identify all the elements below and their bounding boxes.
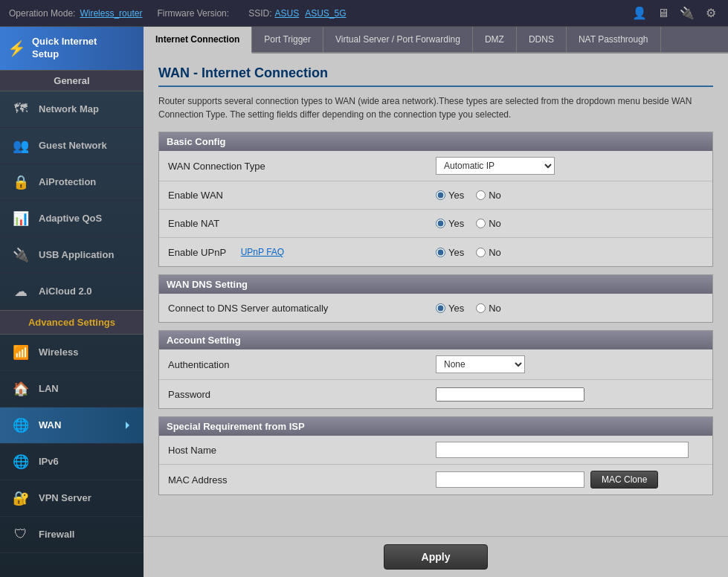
sidebar-item-adaptive-qos[interactable]: 📊 Adaptive QoS [0,201,144,237]
tab-internet-connection[interactable]: Internet Connection [144,27,252,54]
basic-config-body: WAN Connection Type Automatic IP PPPoE P… [159,151,712,266]
tab-nat-passthrough[interactable]: NAT Passthrough [567,27,661,52]
wan-dns-body: Connect to DNS Server automatically Yes … [159,294,712,322]
quick-setup-label: Quick InternetSetup [32,36,97,61]
enable-wan-yes[interactable]: Yes [436,190,464,201]
connect-dns-no-radio[interactable] [476,303,486,313]
enable-nat-yes[interactable]: Yes [436,218,464,229]
enable-nat-row: Enable NAT Yes No [159,210,712,238]
enable-nat-radio-group: Yes No [436,218,703,229]
ssid-label: SSID: [248,8,271,19]
upnp-faq-link[interactable]: UPnP FAQ [241,247,284,257]
authentication-select[interactable]: None PAP CHAP MS-CHAP MS-CHAPv2 [436,355,525,373]
account-setting-header: Account Setting [159,331,712,349]
sidebar-item-label: Guest Network [39,140,107,151]
enable-nat-label: Enable NAT [168,218,436,229]
host-name-control [436,442,703,458]
sidebar-item-network-map[interactable]: 🗺 Network Map [0,91,144,128]
enable-wan-no-radio[interactable] [476,190,486,200]
sidebar-item-ipv6[interactable]: 🌐 IPv6 [0,444,144,480]
authentication-control: None PAP CHAP MS-CHAP MS-CHAPv2 [436,355,703,373]
quick-setup-button[interactable]: ⚡ Quick InternetSetup [0,27,144,70]
settings-icon[interactable]: ⚙ [703,5,719,22]
connect-dns-no[interactable]: No [476,303,501,314]
tab-port-trigger[interactable]: Port Trigger [252,27,323,52]
sidebar: ⚡ Quick InternetSetup General 🗺 Network … [0,27,144,577]
connect-dns-yes[interactable]: Yes [436,303,464,314]
tab-bar: Internet Connection Port Trigger Virtual… [144,27,728,54]
connect-dns-radio-group: Yes No [436,303,703,314]
account-setting-section: Account Setting Authentication None PAP … [158,330,713,409]
aiprotection-icon: 🔒 [10,172,31,193]
content-area: Internet Connection Port Trigger Virtual… [144,27,728,577]
mode-label: Operation Mode: [9,8,75,19]
monitor-icon[interactable]: 🖥 [655,5,671,22]
lan-icon: 🏠 [10,378,31,399]
apply-bar: Apply [144,536,728,577]
password-row: Password [159,380,712,408]
enable-nat-no[interactable]: No [476,218,501,229]
sidebar-item-wireless[interactable]: 📶 Wireless [0,335,144,371]
tab-ddns[interactable]: DDNS [517,27,567,52]
special-requirement-section: Special Requirement from ISP Host Name M… [158,416,713,495]
enable-upnp-control: Yes No [436,247,703,258]
host-name-input[interactable] [436,442,689,458]
sidebar-item-guest-network[interactable]: 👥 Guest Network [0,128,144,164]
sidebar-item-label: AiCloud 2.0 [39,286,92,297]
enable-nat-no-radio[interactable] [476,219,486,228]
main-layout: ⚡ Quick InternetSetup General 🗺 Network … [0,27,728,577]
sidebar-item-wan[interactable]: 🌐 WAN [0,407,144,444]
mac-address-label: MAC Address [168,474,436,486]
page-title: WAN - Internet Connection [158,65,713,87]
password-label: Password [168,389,436,400]
enable-upnp-yes[interactable]: Yes [436,247,464,258]
ssid-2g-link[interactable]: ASUS [274,8,299,19]
mac-address-input[interactable] [436,471,584,488]
wan-icon: 🌐 [10,415,31,436]
sidebar-item-aicloud[interactable]: ☁ AiCloud 2.0 [0,274,144,310]
host-name-row: Host Name [159,436,712,465]
enable-wan-no[interactable]: No [476,190,501,201]
tab-virtual-server[interactable]: Virtual Server / Port Forwarding [323,27,473,52]
enable-wan-label: Enable WAN [168,190,436,201]
user-icon[interactable]: 👤 [631,5,648,22]
apply-button[interactable]: Apply [384,544,489,570]
basic-config-header: Basic Config [159,132,712,151]
connect-dns-yes-radio[interactable] [436,303,445,313]
enable-wan-row: Enable WAN Yes No [159,181,712,210]
sidebar-item-lan[interactable]: 🏠 LAN [0,371,144,407]
firewall-icon: 🛡 [10,524,31,545]
wan-connection-type-label: WAN Connection Type [168,161,436,172]
mode-link[interactable]: Wireless_router [80,8,142,19]
password-input[interactable] [436,387,584,402]
sidebar-item-vpn-server[interactable]: 🔐 VPN Server [0,480,144,517]
page-content: WAN - Internet Connection Router support… [144,54,728,536]
sidebar-item-label: Wireless [39,346,78,358]
wireless-icon: 📶 [10,342,31,363]
sidebar-item-label: VPN Server [39,492,91,503]
vpn-icon: 🔐 [10,488,31,509]
wan-connection-type-select[interactable]: Automatic IP PPPoE PPTP L2TP Static IP [436,157,555,175]
enable-wan-radio-group: Yes No [436,190,703,201]
page-description: Router supports several connection types… [158,94,713,121]
tab-dmz[interactable]: DMZ [473,27,517,52]
enable-wan-yes-radio[interactable] [436,190,445,200]
top-bar: Operation Mode: Wireless_router Firmware… [0,0,728,27]
enable-upnp-no[interactable]: No [476,247,501,258]
password-control [436,387,703,402]
sidebar-item-firewall[interactable]: 🛡 Firewall [0,517,144,553]
sidebar-item-label: LAN [39,383,59,394]
adaptive-qos-icon: 📊 [10,208,31,229]
sidebar-item-usb-application[interactable]: 🔌 USB Application [0,237,144,274]
sidebar-item-aiprotection[interactable]: 🔒 AiProtection [0,164,144,201]
wan-dns-section: WAN DNS Setting Connect to DNS Server au… [158,274,713,323]
account-setting-body: Authentication None PAP CHAP MS-CHAP MS-… [159,349,712,408]
enable-nat-yes-radio[interactable] [436,219,445,228]
mac-clone-button[interactable]: MAC Clone [590,471,658,489]
usb-application-icon: 🔌 [10,245,31,265]
usb-icon[interactable]: 🔌 [679,5,695,22]
ssid-5g-link[interactable]: ASUS_5G [305,8,346,19]
enable-upnp-yes-radio[interactable] [436,248,445,257]
fw-label: Firmware Version: [157,8,229,19]
enable-upnp-no-radio[interactable] [476,248,486,257]
